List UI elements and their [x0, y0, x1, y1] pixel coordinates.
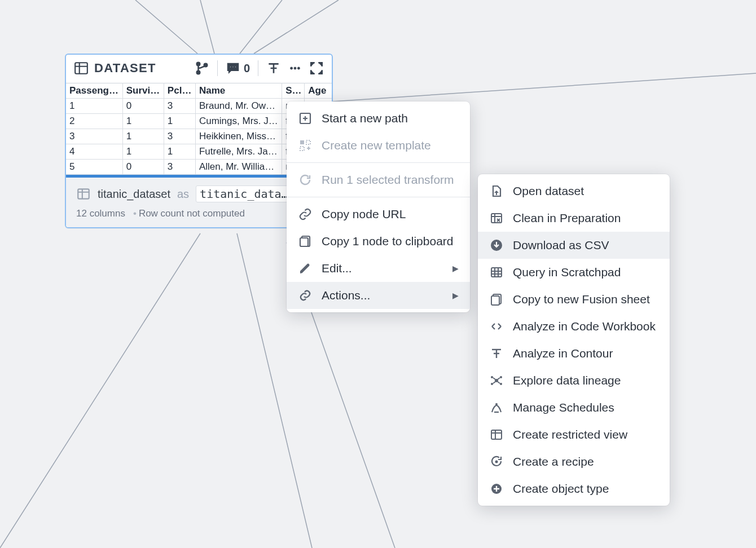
table-cell: 4	[66, 144, 122, 160]
dataset-name-row[interactable]: titanic_dataset as titanic_datase	[76, 185, 322, 202]
contour-icon[interactable]	[266, 61, 281, 76]
menu-item-label: Copy node URL	[322, 207, 406, 221]
table-cell: 1	[66, 99, 122, 114]
svg-line-1	[200, 0, 214, 54]
table-cell: Allen, Mr. William H...	[195, 160, 282, 175]
actions-submenu[interactable]: Open datasetClean in PreparationDownload…	[478, 174, 670, 506]
menu-item-edit[interactable]: Edit...▶	[287, 255, 470, 282]
comment-icon	[226, 61, 240, 76]
table-cell: 1	[122, 114, 164, 129]
column-header[interactable]: Survived	[122, 83, 164, 99]
table-icon	[489, 265, 504, 280]
menu-item-start-a-new-path[interactable]: Start a new path	[287, 105, 470, 132]
more-icon[interactable]	[289, 61, 301, 76]
table-cell: 1	[122, 144, 164, 160]
dataset-name: titanic_dataset	[98, 188, 170, 201]
svg-point-16	[235, 67, 236, 68]
svg-point-20	[291, 67, 293, 69]
menu-item-label: Clean in Preparation	[513, 211, 621, 225]
menu-item-create-new-template: Create new template	[287, 132, 470, 159]
table-cell: 1	[164, 144, 195, 160]
menu-item-label: Open dataset	[513, 184, 584, 198]
menu-item-create-object-type[interactable]: Create object type	[478, 475, 670, 502]
menu-item-copy-to-new-fusion-sheet[interactable]: Copy to new Fusion sheet	[478, 286, 670, 313]
expand-icon[interactable]	[309, 61, 324, 76]
column-count: 12 columns	[76, 208, 125, 219]
menu-item-label: Download as CSV	[513, 238, 609, 252]
svg-point-11	[197, 63, 200, 65]
chain-icon	[298, 288, 313, 303]
column-header[interactable]: Pclass	[164, 83, 195, 99]
column-header[interactable]: Age	[305, 83, 332, 99]
table-cell: 0	[122, 99, 164, 114]
pencil-icon	[298, 261, 313, 276]
column-header[interactable]: Sex	[282, 83, 305, 99]
table-cell: 0	[122, 160, 164, 175]
svg-point-12	[197, 71, 200, 74]
branch-icon[interactable]	[195, 61, 209, 76]
schedule-icon	[489, 400, 504, 415]
lineage-icon	[489, 373, 504, 388]
node-header-icons: 0	[195, 60, 324, 76]
chevron-right-icon: ▶	[452, 291, 459, 300]
refresh-icon	[298, 173, 313, 187]
dataset-small-icon	[76, 187, 91, 201]
table-cell: 3	[164, 160, 195, 175]
menu-item-explore-data-lineage[interactable]: Explore data lineage	[478, 367, 670, 394]
clean-icon	[489, 211, 504, 226]
menu-separator	[287, 197, 470, 197]
table-cell: 3	[164, 99, 195, 114]
menu-item-manage-schedules[interactable]: Manage Schedules	[478, 394, 670, 421]
dataset-alias: titanic_datase	[196, 185, 297, 202]
svg-rect-8	[75, 63, 87, 74]
context-menu[interactable]: Start a new pathCreate new templateRun 1…	[287, 101, 470, 312]
table-cell: Heikkinen, Miss. La...	[195, 129, 282, 144]
table-cell: Braund, Mr. Owen ...	[195, 99, 282, 114]
separator	[258, 60, 258, 76]
svg-line-2	[240, 0, 282, 54]
menu-item-create-restricted-view[interactable]: Create restricted view	[478, 421, 670, 448]
table-cell: 1	[122, 129, 164, 144]
svg-line-4	[333, 73, 756, 101]
svg-point-15	[232, 67, 234, 68]
menu-item-label: Create restricted view	[513, 428, 627, 441]
menu-item-copy-node-url[interactable]: Copy node URL	[287, 201, 470, 228]
menu-item-label: Create object type	[513, 482, 609, 496]
template-icon	[298, 138, 313, 153]
menu-item-label: Analyze in Contour	[513, 347, 613, 360]
menu-item-copy-1-node-to-clipboard[interactable]: Copy 1 node to clipboard	[287, 228, 470, 255]
copy-sheet-icon	[489, 292, 504, 307]
comments-button[interactable]: 0	[226, 61, 250, 76]
menu-item-actions[interactable]: Actions...▶	[287, 282, 470, 309]
node-title: Dataset	[94, 61, 156, 76]
node-header: Dataset 0	[66, 55, 332, 83]
table-cell: 2	[66, 114, 122, 129]
table-cell: Cumings, Mrs. Joh...	[195, 114, 282, 129]
svg-point-14	[230, 67, 231, 68]
menu-item-download-as-csv[interactable]: Download as CSV	[478, 232, 670, 259]
table-cell: 1	[164, 114, 195, 129]
download-icon	[489, 238, 504, 253]
menu-item-open-dataset[interactable]: Open dataset	[478, 178, 670, 205]
menu-item-label: Copy 1 node to clipboard	[322, 235, 454, 248]
object-type-icon	[489, 481, 504, 496]
comment-count: 0	[244, 62, 250, 75]
recipe-icon	[489, 454, 504, 469]
column-header[interactable]: PassengerId	[66, 83, 122, 99]
row-count: Row count not computed	[131, 208, 245, 219]
menu-item-analyze-in-contour[interactable]: Analyze in Contour	[478, 340, 670, 367]
menu-item-create-a-recipe[interactable]: Create a recipe	[478, 448, 670, 475]
menu-item-run-1-selected-transform: Run 1 selected transform	[287, 166, 470, 193]
contour-icon	[489, 346, 504, 361]
svg-point-21	[294, 67, 296, 69]
menu-item-analyze-in-code-workbook[interactable]: Analyze in Code Workbook	[478, 313, 670, 340]
dataset-stats-row[interactable]: 12 columns Row count not computed	[76, 208, 322, 219]
menu-item-label: Manage Schedules	[513, 401, 614, 414]
table-cell: 3	[164, 129, 195, 144]
menu-item-label: Run 1 selected transform	[322, 173, 454, 187]
menu-item-query-in-scratchpad[interactable]: Query in Scratchpad	[478, 259, 670, 286]
svg-rect-23	[78, 189, 89, 198]
column-header[interactable]: Name	[195, 83, 282, 99]
menu-item-clean-in-preparation[interactable]: Clean in Preparation	[478, 205, 670, 232]
menu-item-label: Create a recipe	[513, 455, 594, 469]
